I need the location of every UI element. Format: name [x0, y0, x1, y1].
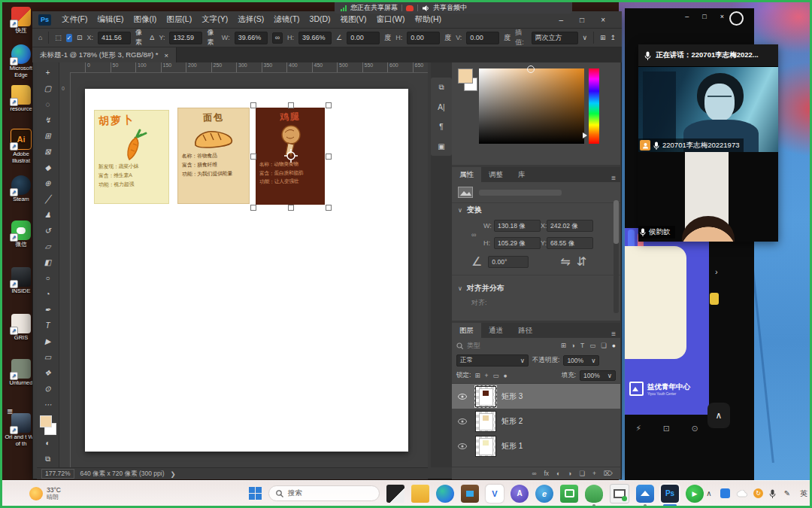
- hand-tool[interactable]: ❖: [40, 365, 56, 381]
- layer-row-rect1[interactable]: 矩形 1: [452, 433, 620, 458]
- color-foreground-swatch[interactable]: [458, 68, 473, 84]
- home-icon[interactable]: ⌂: [38, 34, 42, 41]
- close-tab-icon[interactable]: ×: [164, 51, 168, 59]
- opacity-select[interactable]: 100%∨: [563, 355, 599, 366]
- tb-cast[interactable]: [610, 484, 629, 503]
- move-tool[interactable]: +: [40, 65, 56, 81]
- reference-point-icon[interactable]: ⊡: [77, 34, 83, 41]
- screen-mode-icon[interactable]: ⧉: [40, 451, 56, 467]
- delta-icon[interactable]: Δ: [150, 34, 154, 41]
- maximize-icon[interactable]: □: [580, 16, 584, 24]
- ime-indicator[interactable]: 英: [798, 488, 809, 499]
- transform-handle[interactable]: [288, 205, 294, 211]
- chevron-down-icon[interactable]: ∨: [458, 207, 462, 214]
- tab-paths[interactable]: 路径: [511, 323, 540, 338]
- healing-tool[interactable]: ⊕: [40, 175, 56, 191]
- taskbar-search[interactable]: 搜索: [268, 485, 380, 501]
- canvas-area[interactable]: 胡萝卜 新发现：蔬菜小妹 富含：维生素A 功能：视力超强 面包: [70, 72, 428, 467]
- panel-menu-icon[interactable]: ≡: [611, 174, 616, 182]
- gradient-tool[interactable]: ◧: [40, 254, 56, 270]
- x-position-field[interactable]: 411.56: [98, 32, 131, 44]
- lock-all-icon[interactable]: ●: [504, 372, 508, 379]
- flip-vertical-icon[interactable]: ⇵: [577, 254, 586, 269]
- menu-item[interactable]: 文件(F): [62, 14, 87, 25]
- menu-item[interactable]: 图像(I): [133, 14, 156, 25]
- dodge-tool[interactable]: ◔: [40, 286, 56, 302]
- tb-ps[interactable]: Ps: [661, 485, 679, 503]
- layer-name[interactable]: 矩形 1: [501, 441, 523, 452]
- hue-slider[interactable]: [589, 68, 599, 144]
- start-button[interactable]: [249, 487, 262, 500]
- power-icon[interactable]: ⊙: [691, 424, 698, 433]
- color-marker[interactable]: [527, 65, 535, 73]
- brush-tool[interactable]: ╱: [40, 191, 56, 207]
- minimize-icon[interactable]: –: [685, 13, 689, 20]
- transform-handle[interactable]: [326, 102, 332, 108]
- transform-handle[interactable]: [326, 154, 332, 160]
- transform-handle[interactable]: [250, 102, 256, 108]
- filter-shape-icon[interactable]: ▭: [589, 342, 595, 349]
- tab-properties[interactable]: 属性: [452, 167, 481, 182]
- mic-icon[interactable]: [769, 489, 776, 498]
- visibility-eye-icon[interactable]: [455, 443, 470, 449]
- height-field[interactable]: 39.66%: [298, 32, 332, 44]
- lock-position-icon[interactable]: ▭: [492, 372, 498, 379]
- tb-photos[interactable]: [636, 485, 654, 503]
- menu-item[interactable]: 窗口(W): [377, 14, 405, 25]
- menu-item[interactable]: 选择(S): [238, 14, 264, 25]
- transform-handle[interactable]: [250, 154, 256, 160]
- tray-expand-icon[interactable]: ∧: [704, 489, 714, 497]
- zoom-level-field[interactable]: 177.72%: [41, 469, 74, 479]
- filter-adjustment-icon[interactable]: ◑: [571, 342, 575, 349]
- tray-sync-icon[interactable]: ↻: [753, 488, 763, 498]
- crop-tool[interactable]: ⊞: [40, 128, 56, 144]
- blur-tool[interactable]: ○: [40, 270, 56, 286]
- menu-item[interactable]: 3D(D): [310, 14, 331, 25]
- mini-app-icon[interactable]: [710, 293, 719, 305]
- layer-thumbnail[interactable]: [475, 386, 496, 407]
- filter-type-icon[interactable]: T: [580, 342, 584, 349]
- eraser-tool[interactable]: ▱: [40, 239, 56, 254]
- toggle-reference-checkbox[interactable]: ✓: [66, 34, 72, 42]
- hue-slider-arrow[interactable]: [583, 132, 587, 138]
- props-y-field[interactable]: 68.55 像: [547, 237, 593, 249]
- video-tile-2[interactable]: 侯韵歆: [638, 152, 778, 242]
- pen-tool[interactable]: ✒: [40, 302, 56, 318]
- layer-filter-select[interactable]: 类型: [467, 341, 480, 351]
- menu-item[interactable]: 文字(Y): [201, 14, 228, 25]
- maximize-icon[interactable]: □: [702, 13, 706, 20]
- link-dimensions-icon[interactable]: ∞: [272, 32, 283, 44]
- minimize-icon[interactable]: –: [559, 16, 564, 24]
- filter-toggle-icon[interactable]: ●: [612, 342, 616, 349]
- color-swatches[interactable]: [40, 415, 56, 435]
- history-brush-tool[interactable]: ↺: [40, 223, 56, 239]
- menu-item[interactable]: 视图(V): [341, 14, 367, 25]
- flip-horizontal-icon[interactable]: ⇋: [560, 254, 570, 269]
- visibility-eye-icon[interactable]: [455, 418, 470, 424]
- interpolation-select[interactable]: 两次立方: [532, 32, 578, 44]
- export-icon[interactable]: ↥: [610, 34, 616, 41]
- delete-layer-icon[interactable]: ⌦: [604, 470, 613, 477]
- tb-edge[interactable]: [436, 485, 454, 503]
- layer-thumbnail[interactable]: [475, 411, 496, 432]
- panel-scrollbar[interactable]: [614, 200, 619, 313]
- chevron-right-icon[interactable]: ❯: [171, 470, 176, 478]
- toolbar-more[interactable]: ⋯: [40, 397, 56, 412]
- new-layer-icon[interactable]: +: [592, 470, 596, 477]
- tab-adjustments[interactable]: 调整: [481, 167, 511, 182]
- character-panel-icon[interactable]: A|: [431, 97, 452, 117]
- tab-libraries[interactable]: 库: [511, 167, 533, 182]
- paragraph-panel-icon[interactable]: ¶: [431, 117, 452, 136]
- menu-item[interactable]: 图层(L): [166, 14, 192, 25]
- filter-smart-icon[interactable]: ❏: [601, 342, 607, 349]
- path-select-tool[interactable]: ▶: [40, 333, 56, 349]
- fullscreen-icon[interactable]: ⊡: [663, 424, 670, 433]
- adjustment-layer-icon[interactable]: ◑: [568, 470, 571, 477]
- flash-icon[interactable]: ⚡: [635, 424, 641, 433]
- transform-reference-icon[interactable]: [284, 149, 298, 163]
- props-angle-field[interactable]: 0.00°: [488, 256, 529, 268]
- props-width-field[interactable]: 130.18 像: [494, 220, 541, 232]
- pen-icon[interactable]: ✎: [782, 489, 792, 497]
- object-selection-tool[interactable]: ↯: [40, 112, 56, 128]
- layer-row-rect2[interactable]: 矩形 2: [452, 409, 620, 433]
